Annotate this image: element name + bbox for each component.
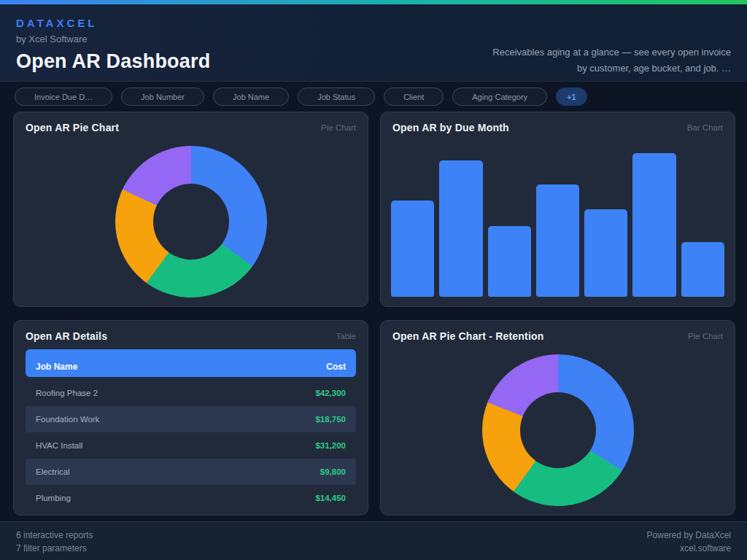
dashboard-grid: Open AR Pie Chart Pie Chart Open AR by D…	[0, 112, 747, 521]
panel-title: Open AR Pie Chart - Retention	[392, 330, 544, 342]
header-brand-block: DATAXCEL by Xcel Software Open AR Dashbo…	[16, 17, 210, 73]
panel-type-label: Pie Chart	[321, 123, 356, 132]
panel-open-ar-pie-retention: Open AR Pie Chart - Retention Pie Chart	[380, 320, 735, 516]
panel-open-ar-details: Open AR Details Table Job Name Cost Roof…	[13, 320, 368, 516]
footer: 6 interactive reports 7 filter parameter…	[0, 521, 747, 560]
header: DATAXCEL by Xcel Software Open AR Dashbo…	[0, 4, 747, 82]
pie-chart-body	[381, 345, 735, 515]
panel-title: Open AR Pie Chart	[26, 122, 119, 133]
panel-header: Open AR Pie Chart - Retention Pie Chart	[381, 321, 735, 345]
panel-title: Open AR Details	[26, 330, 107, 342]
cost-cell: $14,450	[315, 494, 346, 502]
table-row[interactable]: Plumbing$14,450	[26, 485, 356, 511]
filter-chip-aging-category[interactable]: Aging Category	[452, 88, 547, 106]
bar[interactable]	[488, 226, 531, 297]
donut-chart-open-ar[interactable]	[115, 146, 267, 298]
panel-open-ar-pie-chart: Open AR Pie Chart Pie Chart	[13, 112, 368, 307]
table-row[interactable]: HVAC Install$31,200	[26, 432, 356, 459]
filter-parameters-count: 7 filter parameters	[16, 543, 93, 553]
column-header-cost: Cost	[326, 362, 346, 372]
pie-chart-body	[14, 136, 368, 306]
panel-type-label: Pie Chart	[688, 332, 723, 341]
bar[interactable]	[681, 242, 724, 297]
table-header-row: Job Name Cost	[26, 349, 356, 377]
details-table: Job Name Cost Roofing Phase 2$42,300Foun…	[14, 345, 368, 516]
job-name-cell: Electrical	[36, 467, 70, 476]
page-title: Open AR Dashboard	[16, 50, 210, 73]
filter-chip-overflow[interactable]: +1	[556, 88, 587, 106]
cost-cell: $18,750	[315, 415, 346, 424]
cost-cell: $31,200	[315, 441, 346, 450]
bar-chart-open-ar-by-due-month	[391, 153, 724, 297]
cost-cell: $42,300	[315, 389, 346, 397]
panel-open-ar-by-due-month: Open AR by Due Month Bar Chart	[380, 112, 735, 307]
panel-header: Open AR Details Table	[14, 321, 368, 345]
job-name-cell: Plumbing	[36, 494, 71, 502]
bar[interactable]	[632, 153, 676, 297]
bar[interactable]	[439, 160, 482, 297]
brand-byline: by Xcel Software	[16, 34, 210, 44]
job-name-cell: HVAC Install	[36, 441, 82, 450]
cost-cell: $9,800	[320, 467, 346, 476]
filter-chip-client[interactable]: Client	[384, 88, 444, 106]
brand-logo: DATAXCEL	[16, 17, 210, 29]
filter-chip-job-status[interactable]: Job Status	[298, 88, 375, 106]
panel-type-label: Bar Chart	[687, 123, 723, 132]
footer-stats: 6 interactive reports 7 filter parameter…	[16, 530, 93, 553]
job-name-cell: Roofing Phase 2	[36, 389, 98, 397]
table-row[interactable]: Roofing Phase 2$42,300	[26, 380, 356, 406]
bar[interactable]	[391, 201, 434, 297]
filter-chip-invoice-due-d[interactable]: Invoice Due D…	[15, 88, 112, 106]
table-body: Roofing Phase 2$42,300Foundation Work$18…	[26, 380, 356, 511]
panel-header: Open AR Pie Chart Pie Chart	[14, 112, 368, 136]
filter-chip-job-name[interactable]: Job Name	[213, 88, 289, 106]
footer-branding: Powered by DataXcel xcel.software	[647, 530, 731, 553]
panel-type-label: Table	[336, 332, 357, 341]
column-header-job-name: Job Name	[36, 362, 77, 372]
bar[interactable]	[536, 184, 579, 297]
table-row[interactable]: Electrical$9,800	[26, 459, 356, 485]
job-name-cell: Foundation Work	[36, 415, 99, 424]
website-link[interactable]: xcel.software	[647, 543, 731, 553]
reports-count: 6 interactive reports	[16, 530, 93, 540]
donut-hole	[520, 392, 596, 468]
filter-chip-job-number[interactable]: Job Number	[121, 88, 204, 106]
filter-bar: Invoice Due D…Job NumberJob NameJob Stat…	[0, 82, 747, 112]
header-description: Receivables aging at a glance — see ever…	[490, 44, 731, 77]
bar-chart-body	[381, 136, 735, 306]
donut-chart-retention[interactable]	[482, 354, 634, 506]
donut-hole	[153, 184, 229, 260]
panel-header: Open AR by Due Month Bar Chart	[381, 112, 735, 136]
bar[interactable]	[584, 209, 627, 297]
powered-by-label: Powered by DataXcel	[647, 530, 731, 540]
open-ar-dashboard-app: DATAXCEL by Xcel Software Open AR Dashbo…	[0, 0, 747, 560]
table-row[interactable]: Foundation Work$18,750	[26, 406, 356, 432]
panel-title: Open AR by Due Month	[392, 122, 509, 133]
